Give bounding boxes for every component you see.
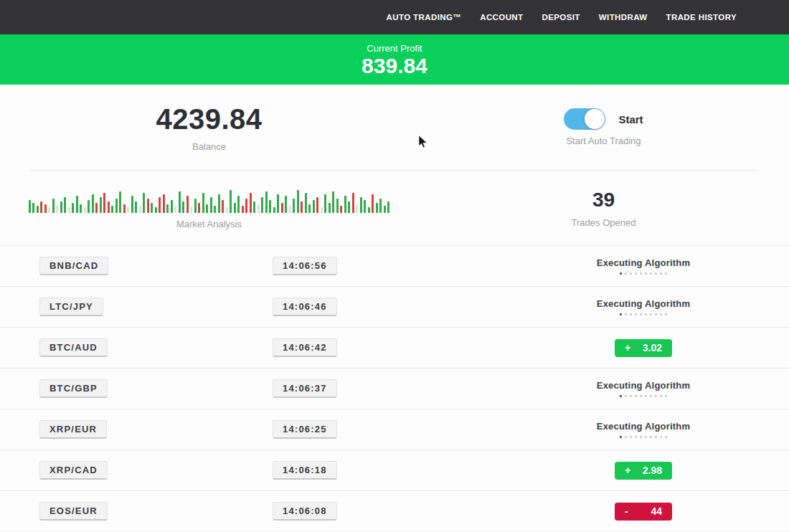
balance-label: Balance [192,141,226,152]
market-bar [321,207,323,213]
market-bar [301,201,303,213]
pair-badge: LTC/JPY [39,298,103,316]
market-bar [139,206,141,213]
progress-dot [630,436,632,438]
progress-dot [650,436,652,438]
market-bar [100,197,102,213]
executing-algorithm-label: Executing Algorithm [597,298,690,309]
result-value: 2.98 [643,465,662,476]
progress-dot [630,272,632,275]
progress-dot [640,395,642,397]
executing-algorithm-label: Executing Algorithm [597,421,690,432]
market-bar [190,207,192,213]
progress-dot [625,436,627,438]
market-bar [234,203,236,213]
toggle-knob-icon [585,109,605,129]
result-value: 3.02 [643,342,662,353]
trades-list: BNB/CAD 14:06:56 Executing Algorithm LTC… [0,246,789,532]
trade-row: XRP/EUR 14:06:25 Executing Algorithm [0,409,789,450]
progress-dot [655,436,657,438]
market-bar [281,203,283,213]
pair-badge: BTC/AUD [39,338,108,357]
market-bar [163,194,165,213]
market-bar [277,194,279,213]
time-badge: 14:06:42 [273,338,337,357]
market-bar [151,203,153,213]
market-bar [44,204,47,213]
market-bar [376,203,378,213]
progress-dot [625,272,627,275]
market-bar [250,193,252,213]
market-bar [352,193,354,213]
time-badge: 14:06:25 [273,420,337,439]
executing-algorithm-label: Executing Algorithm [597,257,690,268]
market-bar [108,201,110,213]
balance-toggle-row: 4239.84 Balance Start Start Auto Trading [0,85,789,170]
market-bar [344,196,346,213]
trade-row: BTC/GBP 14:06:37 Executing Algorithm [0,369,789,409]
market-bar [332,191,334,213]
market-bar [115,199,118,213]
nav-item-deposit[interactable]: DEPOSIT [542,13,580,22]
market-analysis-bars [29,187,390,213]
progress-dot [655,395,657,397]
result-sign: - [625,505,628,517]
market-bar [214,206,216,213]
progress-dot [640,313,642,315]
progress-dot [630,313,632,315]
market-bar [95,203,98,213]
progress-dots [620,272,667,275]
market-bar [289,206,291,213]
progress-dot [645,395,647,397]
progress-dot [665,395,667,397]
market-bar [155,207,157,213]
market-bar [253,201,255,213]
market-bar [210,197,212,213]
market-bar [80,204,82,213]
market-analysis-label: Market Analysis [176,219,242,229]
market-bar [305,193,307,213]
trade-status: Executing Algorithm [498,298,789,315]
pair-badge: XRP/CAD [39,461,108,480]
market-bar [297,190,299,213]
progress-dot [620,395,622,397]
market-bar [206,204,208,213]
progress-dot [645,313,647,315]
market-trades-row: Market Analysis 39 Trades Opened [0,171,789,245]
market-bar [242,206,244,213]
market-bar [348,201,350,213]
market-bar [273,207,275,213]
result-value: 44 [651,505,662,517]
progress-dot [660,313,662,315]
market-bar [384,206,386,213]
market-bar [372,194,374,213]
market-bar [222,200,224,213]
toggle-start-label: Start [618,113,643,125]
market-bar [166,204,169,213]
time-badge: 14:06:18 [273,461,337,480]
result-sign: + [625,465,630,476]
progress-dot [655,313,657,315]
market-bar [52,199,55,213]
market-bar [179,191,181,213]
nav-item-auto-trading[interactable]: AUTO TRADING™ [387,13,462,22]
trade-status: -44 [498,503,789,521]
progress-dot [650,313,652,315]
progress-dot [620,272,622,275]
market-bar [40,201,42,213]
market-bar [269,200,271,213]
market-bar [202,193,204,213]
market-bar [88,200,90,213]
nav-item-trade-history[interactable]: TRADE HISTORY [666,13,737,22]
nav-item-account[interactable]: ACCOUNT [480,13,523,22]
market-bar [174,206,176,213]
nav-item-withdraw[interactable]: WITHDRAW [599,13,648,22]
loss-badge: -44 [615,503,672,521]
market-bar [379,199,382,213]
market-bar [182,201,184,213]
progress-dot [645,272,647,275]
market-bar [364,200,366,213]
market-bar [76,196,78,213]
auto-trading-toggle[interactable] [564,108,605,130]
trade-status: Executing Algorithm [498,380,789,397]
